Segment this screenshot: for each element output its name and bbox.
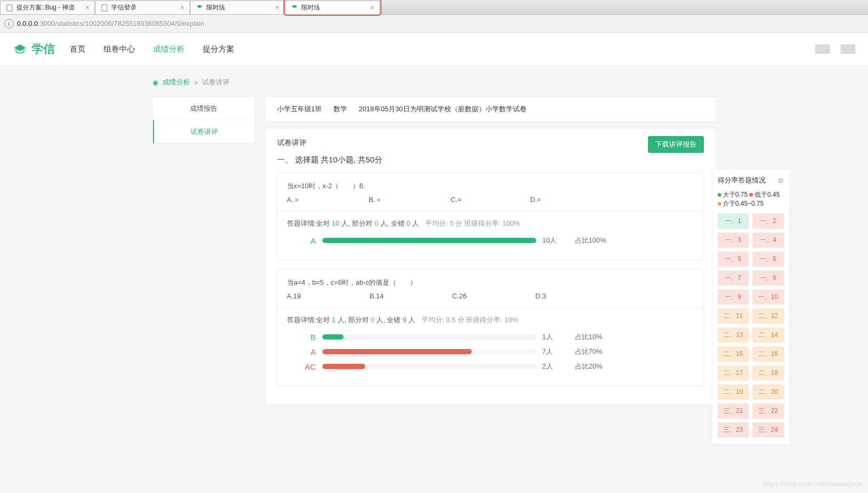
answer-detail: 答题详情:全对 10 人, 部分对 0 人, 全错 0 人平均分: 5 分 班级… [287,219,694,228]
answer-bar-row: B1人占比10% [287,332,694,342]
nav-item[interactable]: 成绩分析 [153,44,185,54]
nav-item[interactable]: 组卷中心 [103,44,135,54]
bar-percent: 占比100% [575,236,617,245]
question-chip[interactable]: 一、3 [718,233,749,248]
question-chip[interactable]: 一、7 [718,270,749,286]
question-chip[interactable]: 一、6 [752,252,784,267]
page-favicon-icon [6,4,13,12]
question-chip[interactable]: 二、16 [752,346,784,362]
nav-item[interactable]: 提分方案 [203,44,234,54]
brand-logo[interactable]: 学信 [13,41,55,57]
meta-subject: 数学 [333,104,347,114]
url-host: 0.0.0.0 [17,20,38,27]
bar-fill [322,334,344,340]
question-stem: 当a=4，b=5，c=6时，ab-c的值是（ ） [287,277,694,288]
bar-percent: 占比20% [575,362,617,371]
close-icon[interactable]: × [370,4,374,12]
question-option: C.= [451,194,462,206]
bar-percent: 占比10% [575,332,617,342]
question-chip[interactable]: 一、1 [718,214,749,229]
gear-icon[interactable]: ⚙ [778,177,784,185]
svg-rect-1 [102,5,107,11]
question-chip[interactable]: 二、20 [752,384,784,400]
content-card: 下载讲评报告 试卷讲评 一、 选择题 共10小题, 共50分 当x=10时，x-… [265,128,716,405]
question-chip[interactable]: 三、22 [752,403,784,419]
question-chip[interactable]: 二、12 [752,308,784,324]
meta-class: 小学五年级1班 [277,104,322,114]
bar-count: 2人 [542,362,569,371]
browser-tab[interactable]: 学信登录× [95,1,190,14]
breadcrumb-root[interactable]: 成绩分析 [163,78,190,87]
section-header: 一、 选择题 共10小题, 共50分 [277,155,704,165]
tab-title: 提分方案::Bug - 禅道 [16,3,75,12]
bar-label: AC [287,362,316,371]
bar-count: 10人 [542,236,569,245]
legend: 大于0.75 低于0.45 介于0.45~0.75 [718,190,784,208]
bar-label: B [287,333,316,342]
question-chip[interactable]: 二、14 [752,327,784,343]
bar-count: 1人 [542,332,569,342]
question-block: 当a=4，b=5，c=6时，ab-c的值是（ ）A.19B.14C.26D.3答… [277,269,704,386]
page-favicon-icon [101,4,108,12]
question-chip[interactable]: 一、8 [752,270,784,286]
bar-label: A [287,347,316,356]
paper-meta-card: 小学五年级1班 数学 2018年05月30日为明测试学校（脏数据）小学数学试卷 [265,96,716,122]
question-option: A.＞ [287,194,300,206]
question-chip[interactable]: 二、19 [718,384,749,400]
download-report-button[interactable]: 下载讲评报告 [648,136,704,153]
question-chip[interactable]: 一、5 [718,252,749,267]
browser-tab[interactable]: 提分方案::Bug - 禅道× [0,1,95,14]
score-panel-title: 得分率答题情况 [718,176,766,185]
question-chip[interactable]: 一、10 [752,289,784,305]
bar-track [322,364,536,369]
breadcrumb-sep: > [194,79,198,86]
question-chip[interactable]: 二、13 [718,327,749,343]
question-chip[interactable]: 一、9 [718,289,749,305]
question-chip[interactable]: 二、18 [752,365,784,381]
bar-track [322,349,536,354]
question-chip[interactable]: 二、15 [718,346,749,362]
brand-favicon-icon [196,4,203,12]
close-icon[interactable]: × [85,4,89,12]
breadcrumb-leaf: 试卷讲评 [202,78,230,87]
nav-items: 首页组卷中心成绩分析提分方案 [70,44,234,54]
bar-fill [322,349,472,354]
question-option: A.19 [287,291,301,302]
bar-percent: 占比70% [575,347,617,356]
question-chip[interactable]: 一、2 [752,214,784,229]
svg-rect-0 [7,5,12,11]
pin-icon: ◉ [152,79,158,86]
bar-label: A [287,236,316,245]
sidebar-item[interactable]: 成绩报告 [153,97,255,120]
url-input[interactable]: 0.0.0.0:3000/statistics/1002006/78255189… [17,20,864,27]
browser-tab[interactable]: 限时练× [285,1,380,14]
close-icon[interactable]: × [180,4,184,12]
dot-orange-icon [718,202,721,206]
notification-icon[interactable] [815,44,830,54]
question-chip[interactable]: 三、23 [718,422,749,438]
question-option: D.≈ [530,194,541,206]
question-block: 当x=10时，x-2（ ）6.A.＞B.＜C.=D.≈答题详情:全对 10 人,… [277,172,704,260]
close-icon[interactable]: × [275,4,279,12]
info-icon[interactable]: i [4,19,14,28]
browser-tab[interactable]: 限时练× [190,1,285,14]
bar-track [322,334,536,340]
question-chip[interactable]: 三、24 [752,422,784,438]
url-path: :3000/statistics/1002006/782551893608550… [38,20,204,27]
nav-item[interactable]: 首页 [70,44,85,54]
sidebar-item[interactable]: 试卷讲评 [153,120,255,143]
tab-title: 限时练 [206,3,225,12]
sidebar: 成绩报告试卷讲评 [152,96,255,405]
question-chip[interactable]: 二、11 [718,308,749,324]
address-bar: i 0.0.0.0:3000/statistics/1002006/782551… [0,15,868,33]
question-chip[interactable]: 三、21 [718,403,749,419]
question-option: C.26 [452,291,466,302]
avatar[interactable] [841,44,855,54]
bar-track [322,238,536,243]
question-chip[interactable]: 一、4 [752,233,784,248]
meta-paper: 2018年05月30日为明测试学校（脏数据）小学数学试卷 [359,104,527,114]
main-content: 小学五年级1班 数学 2018年05月30日为明测试学校（脏数据）小学数学试卷 … [265,96,716,405]
brand-text: 学信 [32,41,55,57]
question-chip[interactable]: 二、17 [718,365,749,381]
breadcrumb: ◉ 成绩分析 > 试卷讲评 [152,78,716,87]
